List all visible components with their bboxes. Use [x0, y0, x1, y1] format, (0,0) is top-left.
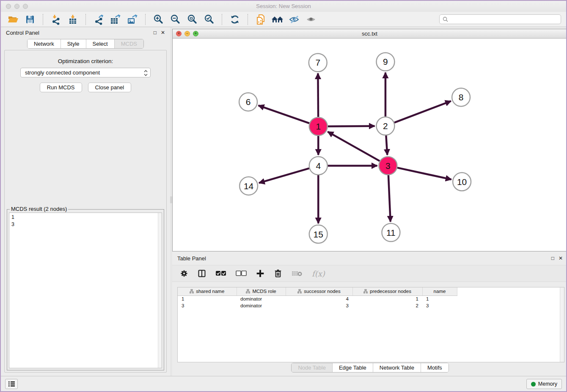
delete-column-button[interactable]	[274, 269, 282, 278]
close-panel-icon[interactable]: ✕	[161, 30, 165, 35]
export-image-icon	[127, 14, 138, 25]
memory-button[interactable]: Memory	[526, 379, 562, 389]
run-mcds-button[interactable]: Run MCDS	[40, 83, 82, 92]
annotation-button[interactable]	[253, 13, 268, 26]
hierarchy-icon	[297, 289, 302, 293]
optimization-criterion-dropdown[interactable]: strongly connected component	[20, 68, 151, 77]
graph-node-3[interactable]: 3	[379, 157, 397, 175]
open-file-button[interactable]	[6, 13, 20, 26]
graph-node-15[interactable]: 15	[309, 225, 328, 243]
toggle-column-view-button[interactable]	[198, 269, 206, 278]
table-cell[interactable]: 4	[286, 295, 352, 302]
add-column-button[interactable]	[256, 269, 264, 278]
graph-node-7[interactable]: 7	[309, 53, 327, 72]
graph-node-1[interactable]: 1	[309, 117, 328, 135]
edge-3-11[interactable]	[388, 175, 391, 222]
table-cell[interactable]: 3	[422, 302, 457, 309]
export-table-button[interactable]	[108, 13, 123, 26]
tab-network-table[interactable]: Network Table	[373, 363, 421, 372]
first-neighbors-button[interactable]	[270, 13, 285, 26]
mcds-result-text: 1 3	[9, 213, 157, 368]
table-cell[interactable]: 3	[178, 302, 237, 309]
refresh-button[interactable]	[228, 13, 242, 26]
edge-4-14[interactable]	[259, 168, 309, 183]
tab-node-table[interactable]: Node Table	[292, 363, 333, 372]
column-header-MCDS-role[interactable]: MCDS role	[237, 287, 286, 295]
control-panel-header: Control Panel □ ✕	[1, 27, 170, 38]
show-all-button[interactable]	[304, 13, 319, 26]
mcds-panel: Optimization criterion: strongly connect…	[4, 50, 167, 373]
column-header-name[interactable]: name	[422, 287, 457, 295]
tab-style[interactable]: Style	[61, 39, 86, 48]
toolbar-separator	[85, 14, 86, 25]
table-cell[interactable]: 1	[422, 295, 457, 302]
edge-1-7[interactable]	[318, 73, 318, 117]
save-session-button[interactable]	[23, 13, 37, 26]
graph-node-8[interactable]: 8	[452, 88, 470, 106]
zoom-selected-button[interactable]	[202, 13, 216, 26]
search-box[interactable]	[439, 14, 561, 24]
tab-motifs[interactable]: Motifs	[421, 363, 449, 372]
close-panel-icon[interactable]: ✕	[559, 256, 563, 261]
task-history-button[interactable]	[5, 379, 18, 389]
table-row[interactable]: 3dominator323	[178, 302, 457, 309]
close-panel-button[interactable]: Close panel	[88, 83, 132, 92]
table-cell[interactable]: 3	[286, 302, 352, 309]
table-settings-button[interactable]	[180, 269, 188, 278]
result-scrollbar[interactable]	[158, 213, 162, 368]
mcds-result-area[interactable]: 1 3	[9, 213, 162, 368]
graph-node-11[interactable]: 11	[382, 224, 400, 242]
table-cell[interactable]: 1	[178, 295, 237, 302]
trash-icon	[274, 269, 282, 278]
column-header-successor-nodes[interactable]: successor nodes	[286, 287, 352, 295]
edge-2-3[interactable]	[386, 135, 387, 155]
table-row[interactable]: 1dominator411	[178, 295, 457, 302]
deselect-all-button[interactable]	[236, 271, 247, 276]
search-input[interactable]	[450, 16, 558, 22]
title-bar: Session: New Session	[1, 1, 566, 12]
edge-3-10[interactable]	[397, 168, 451, 179]
column-header-shared-name[interactable]: shared name	[178, 287, 237, 295]
table-cell[interactable]: dominator	[237, 302, 286, 309]
edge-1-2[interactable]	[328, 126, 375, 127]
import-network-button[interactable]	[49, 13, 63, 26]
zoom-in-button[interactable]	[151, 13, 165, 26]
table-scrollbar[interactable]	[560, 287, 564, 362]
network-window-titlebar[interactable]: ✕ − + scc.txt	[173, 29, 567, 39]
edge-2-8[interactable]	[394, 101, 451, 123]
tab-select[interactable]: Select	[86, 39, 115, 48]
network-canvas[interactable]: 7968124314101511	[173, 39, 567, 251]
table-cell[interactable]: 2	[352, 302, 422, 309]
graph-node-14[interactable]: 14	[239, 177, 258, 195]
zoom-fit-button[interactable]	[185, 13, 199, 26]
delete-table-button[interactable]	[292, 270, 303, 277]
hide-selected-button[interactable]	[287, 13, 302, 26]
tab-edge-table[interactable]: Edge Table	[333, 363, 373, 372]
graph-node-6[interactable]: 6	[239, 93, 257, 111]
function-builder-button[interactable]: f(x)	[312, 269, 325, 278]
edge-1-6[interactable]	[259, 105, 309, 123]
graph-node-2[interactable]: 2	[376, 117, 394, 135]
graph-node-9[interactable]: 9	[376, 52, 394, 71]
select-all-button[interactable]	[215, 271, 226, 276]
graph-node-10[interactable]: 10	[453, 173, 471, 191]
edge-3-1[interactable]	[328, 132, 380, 161]
zoom-fit-icon	[187, 14, 198, 25]
show-eye-icon	[306, 14, 317, 25]
table-cell[interactable]: 1	[352, 295, 422, 302]
table-cell[interactable]: dominator	[237, 295, 286, 302]
application-window: Session: New Session	[0, 0, 567, 392]
float-panel-icon[interactable]: □	[154, 30, 157, 35]
tab-mcds[interactable]: MCDS	[115, 39, 143, 48]
node-table-grid[interactable]: shared nameMCDS rolesuccessor nodesprede…	[178, 287, 457, 309]
import-table-button[interactable]	[66, 13, 80, 26]
export-image-button[interactable]	[125, 13, 140, 26]
export-network-button[interactable]	[91, 13, 106, 26]
dropdown-stepper-icon	[143, 69, 148, 77]
graph-node-4[interactable]: 4	[309, 157, 328, 175]
float-panel-icon[interactable]: □	[551, 256, 554, 261]
tab-network[interactable]: Network	[28, 39, 61, 48]
zoom-out-button[interactable]	[168, 13, 182, 26]
column-header-predecessor-nodes[interactable]: predecessor nodes	[352, 287, 422, 295]
table-panel-title: Table Panel	[177, 255, 206, 262]
